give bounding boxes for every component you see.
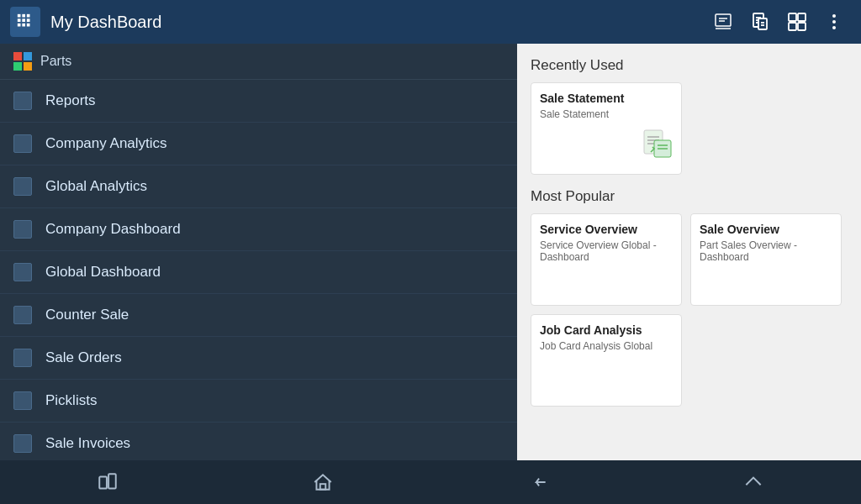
header: My DashBoard (0, 0, 861, 44)
sidebar-item-picklists[interactable]: Picklists (0, 380, 517, 423)
service-overview-subtitle: Service Overview Global - Dashboard (540, 239, 673, 263)
svg-rect-38 (99, 477, 107, 489)
sidebar: Parts ReportsCompany AnalyticsGlobal Ana… (0, 44, 517, 460)
svg-rect-6 (18, 24, 21, 27)
sidebar-item-sale-invoices[interactable]: Sale Invoices (0, 423, 517, 460)
svg-rect-0 (18, 14, 21, 18)
sale-statement-title: Sale Statement (540, 92, 673, 105)
sidebar-section-header: Parts (0, 44, 517, 80)
sidebar-item-reports[interactable]: Reports (0, 80, 517, 123)
sale-statement-subtitle: Sale Statement (540, 108, 673, 120)
svg-point-24 (832, 14, 836, 18)
sidebar-item-label: Sale Invoices (45, 435, 130, 452)
svg-rect-1 (22, 14, 25, 18)
parts-icon (13, 52, 32, 71)
sale-overview-card[interactable]: Sale Overview Part Sales Overview - Dash… (690, 213, 842, 306)
svg-rect-9 (716, 14, 731, 26)
document-icon[interactable] (743, 5, 777, 39)
sidebar-item-doc-icon (13, 220, 32, 239)
sidebar-item-label: Counter Sale (45, 307, 129, 323)
most-popular-heading: Most Popular (531, 188, 848, 205)
sidebar-item-global-dashboard[interactable]: Global Dashboard (0, 251, 517, 294)
job-card-analysis-title: Job Card Analysis (540, 323, 673, 337)
recent-apps-button[interactable] (82, 465, 133, 499)
service-overview-title: Service Overview (540, 223, 673, 236)
svg-rect-22 (789, 23, 796, 30)
svg-rect-17 (758, 18, 767, 29)
sidebar-item-sale-orders[interactable]: Sale Orders (0, 337, 517, 380)
sidebar-item-global-analytics[interactable]: Global Analytics (0, 165, 517, 208)
sale-statement-card[interactable]: Sale Statement Sale Statement (531, 82, 682, 175)
main-content: Parts ReportsCompany AnalyticsGlobal Ana… (0, 44, 861, 460)
job-card-analysis-subtitle: Job Card Analysis Global (540, 340, 673, 352)
bottom-nav (0, 460, 861, 504)
svg-rect-5 (27, 18, 30, 22)
person-icon[interactable] (706, 5, 740, 39)
job-card-analysis-card[interactable]: Job Card Analysis Job Card Analysis Glob… (531, 314, 682, 407)
svg-rect-23 (798, 23, 806, 30)
svg-point-26 (832, 26, 836, 29)
svg-point-25 (832, 20, 836, 24)
right-content: Recently Used Sale Statement Sale Statem… (517, 44, 861, 460)
svg-rect-8 (27, 24, 30, 27)
sidebar-item-label: Global Analytics (45, 178, 147, 195)
sidebar-item-label: Global Dashboard (45, 264, 161, 281)
svg-rect-28 (24, 52, 32, 60)
sidebar-item-doc-icon (13, 263, 32, 281)
sidebar-item-counter-sale[interactable]: Counter Sale (0, 294, 517, 337)
app-grid-icon[interactable] (10, 7, 40, 37)
back-button[interactable] (513, 465, 563, 499)
more-icon[interactable] (817, 5, 851, 39)
header-actions (706, 5, 851, 39)
home-button[interactable] (298, 465, 348, 499)
sidebar-item-doc-icon (13, 92, 32, 110)
sidebar-item-doc-icon (13, 349, 32, 367)
svg-rect-2 (27, 14, 30, 18)
sidebar-items: ReportsCompany AnalyticsGlobal Analytics… (0, 80, 517, 460)
svg-rect-4 (22, 18, 25, 22)
sale-overview-title: Sale Overview (700, 223, 832, 236)
svg-rect-39 (108, 474, 116, 488)
svg-rect-29 (13, 62, 22, 71)
sidebar-item-label: Picklists (45, 392, 97, 409)
sidebar-item-doc-icon (13, 391, 32, 410)
svg-rect-30 (24, 62, 32, 71)
sidebar-item-label: Sale Orders (45, 349, 122, 366)
svg-rect-40 (320, 484, 326, 490)
sidebar-item-doc-icon (13, 306, 32, 324)
sidebar-item-label: Reports (45, 92, 96, 109)
sidebar-item-company-dashboard[interactable]: Company Dashboard (0, 208, 517, 251)
svg-rect-7 (22, 24, 25, 27)
svg-rect-3 (18, 18, 21, 22)
sale-overview-subtitle: Part Sales Overview - Dashboard (700, 239, 832, 263)
sidebar-item-label: Company Analytics (45, 135, 167, 152)
svg-rect-21 (798, 13, 806, 21)
grid-view-icon[interactable] (780, 5, 814, 39)
most-popular-grid: Service Overview Service Overview Global… (531, 213, 848, 407)
svg-rect-20 (789, 13, 796, 21)
page-title: My DashBoard (50, 13, 706, 32)
sidebar-item-doc-icon (13, 434, 32, 453)
sidebar-item-doc-icon (13, 134, 32, 153)
sidebar-item-company-analytics[interactable]: Company Analytics (0, 123, 517, 165)
card-document-icon (540, 120, 673, 159)
service-overview-card[interactable]: Service Overview Service Overview Global… (531, 213, 682, 306)
up-button[interactable] (728, 465, 779, 499)
recently-used-heading: Recently Used (531, 57, 848, 74)
sidebar-item-doc-icon (13, 177, 32, 196)
svg-rect-27 (13, 52, 22, 60)
section-title: Parts (40, 54, 71, 69)
sidebar-item-label: Company Dashboard (45, 221, 181, 238)
recently-used-grid: Sale Statement Sale Statement (531, 82, 848, 175)
